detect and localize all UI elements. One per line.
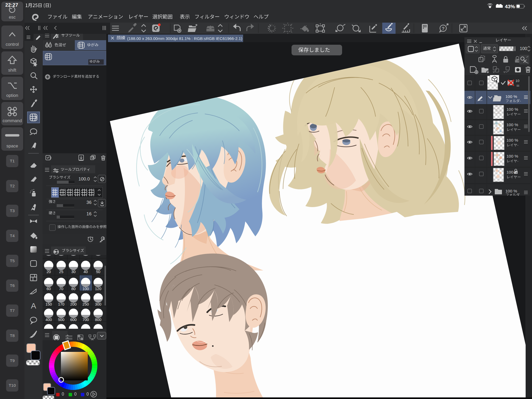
svg-text:20: 20	[47, 270, 51, 274]
svg-text:option: option	[6, 93, 18, 98]
svg-text:100 %: 100 %	[506, 154, 518, 158]
svg-text:100 %: 100 %	[506, 138, 518, 142]
svg-text:A: A	[31, 301, 36, 310]
svg-text:170: 170	[58, 302, 64, 306]
svg-text:250: 250	[82, 302, 89, 306]
svg-text:command: command	[3, 118, 22, 123]
svg-text:43%: 43%	[505, 4, 515, 9]
svg-text:100: 100	[82, 287, 89, 291]
svg-text:800: 800	[95, 318, 101, 322]
svg-text:40: 40	[84, 270, 88, 274]
svg-text:100 %: 100 %	[505, 94, 517, 99]
svg-text:80: 80	[71, 287, 76, 291]
svg-text:?: ?	[442, 26, 444, 31]
svg-text:150: 150	[45, 302, 52, 306]
svg-text:100: 100	[506, 170, 513, 174]
svg-text:100 %: 100 %	[506, 107, 518, 112]
svg-text:10: 10	[516, 79, 519, 83]
svg-text:300: 300	[95, 302, 101, 306]
svg-text:100 %: 100 %	[506, 122, 518, 127]
svg-text:shift: shift	[8, 68, 16, 72]
svg-text:600: 600	[70, 318, 77, 322]
svg-text:esc: esc	[9, 15, 16, 19]
svg-text:60: 60	[47, 287, 51, 291]
svg-text:120: 120	[95, 287, 101, 291]
svg-text:70: 70	[59, 287, 63, 291]
svg-text:30: 30	[71, 270, 76, 274]
svg-text:500: 500	[58, 318, 64, 322]
svg-text:control: control	[6, 42, 19, 47]
svg-text:700: 700	[82, 318, 89, 322]
svg-text:200: 200	[70, 302, 77, 306]
svg-text:400: 400	[45, 318, 52, 322]
svg-text:50: 50	[96, 270, 100, 274]
svg-text:space: space	[6, 143, 18, 148]
svg-text:25: 25	[59, 270, 63, 274]
svg-text:100 %: 100 %	[505, 189, 517, 193]
